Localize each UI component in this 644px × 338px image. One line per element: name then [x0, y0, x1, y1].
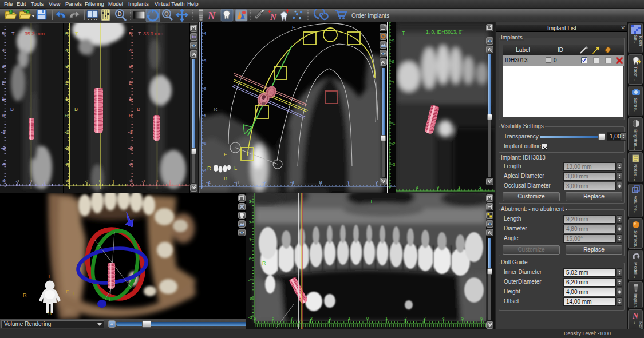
svg-text:5: 5 [65, 31, 68, 37]
svg-text:1: 1 [249, 237, 252, 242]
svg-text:2: 2 [129, 80, 132, 86]
svg-text:4: 4 [2, 47, 5, 53]
svg-text:-1: -1 [248, 277, 252, 283]
svg-text:-1: -1 [64, 129, 69, 135]
svg-text:1, 0, IDH3013, 0°: 1, 0, IDH3013, 0° [426, 29, 463, 35]
svg-text:4: 4 [65, 47, 68, 53]
svg-text:F: F [66, 289, 69, 295]
svg-text:4: 4 [129, 47, 132, 53]
svg-text:5: 5 [2, 31, 5, 37]
svg-text:1: 1 [204, 113, 207, 118]
svg-text:-3: -3 [1, 162, 5, 168]
svg-text:-2: -2 [128, 145, 132, 151]
svg-text:R: R [207, 165, 211, 171]
svg-text:R: R [214, 106, 218, 112]
svg-text:3: 3 [2, 63, 5, 69]
svg-text:-1: -1 [391, 121, 396, 126]
svg-text:F: F [292, 25, 295, 30]
svg-text:-3: -3 [64, 162, 69, 168]
svg-text:-2: -2 [248, 296, 252, 301]
svg-text:-2: -2 [391, 141, 396, 146]
svg-text:1: 1 [2, 96, 5, 102]
svg-text:3: 3 [204, 58, 207, 63]
svg-text:-1: -1 [1, 129, 5, 135]
svg-text:F: F [224, 152, 227, 157]
svg-text:33.3 mm: 33.3 mm [143, 31, 163, 37]
svg-text:1: 1 [392, 79, 395, 85]
svg-text:T: T [370, 198, 373, 204]
svg-text:2: 2 [249, 220, 252, 225]
svg-text:3: 3 [249, 199, 252, 204]
svg-text:-4: -4 [1, 178, 5, 184]
svg-text:R: R [262, 260, 266, 266]
svg-text:3: 3 [65, 63, 68, 69]
svg-text:B: B [48, 311, 52, 316]
svg-text:0: 0 [129, 113, 132, 118]
svg-text:0: 0 [2, 113, 5, 118]
svg-text:1: 1 [65, 96, 68, 102]
svg-text:L: L [234, 165, 237, 171]
svg-text:R: R [23, 292, 27, 298]
svg-text:L: L [73, 291, 76, 296]
svg-text:-4: -4 [64, 178, 69, 184]
svg-text:T: T [402, 30, 405, 36]
svg-text:2: 2 [2, 80, 5, 86]
svg-text:Q: Q [164, 11, 169, 17]
svg-text:2: 2 [204, 86, 207, 91]
svg-text:B: B [224, 176, 227, 181]
svg-text:D: D [117, 11, 121, 17]
svg-text:3: 3 [129, 63, 132, 69]
svg-text:-3: -3 [391, 162, 396, 167]
svg-text:N: N [632, 312, 639, 320]
svg-text:T: T [138, 31, 141, 37]
svg-text:N: N [270, 13, 277, 22]
svg-text:1: 1 [129, 96, 132, 102]
svg-text:T: T [11, 31, 15, 37]
svg-text:Order Implants: Order Implants [351, 13, 389, 19]
svg-text:T: T [75, 31, 78, 37]
svg-text:N: N [207, 10, 216, 22]
svg-text:5: 5 [129, 31, 132, 37]
svg-text:B: B [74, 106, 78, 112]
svg-text:-2: -2 [64, 145, 69, 151]
svg-text:-2: -2 [1, 145, 5, 151]
svg-text:2: 2 [392, 59, 395, 64]
svg-text:-1: -1 [203, 168, 207, 173]
svg-text:T: T [48, 273, 51, 279]
svg-text:B: B [10, 106, 14, 112]
svg-text:4: 4 [204, 31, 207, 36]
svg-text:0: 0 [249, 256, 252, 261]
svg-text:-1: -1 [128, 129, 132, 135]
svg-text:0: 0 [65, 113, 68, 118]
svg-text:B: B [137, 106, 140, 112]
svg-text:-4: -4 [128, 178, 132, 184]
svg-text:3: 3 [392, 38, 395, 43]
svg-text:0: 0 [204, 141, 207, 146]
svg-text:-35.3 mm: -35.3 mm [23, 31, 45, 37]
svg-text:2: 2 [65, 80, 68, 86]
svg-text:-3: -3 [128, 162, 132, 168]
